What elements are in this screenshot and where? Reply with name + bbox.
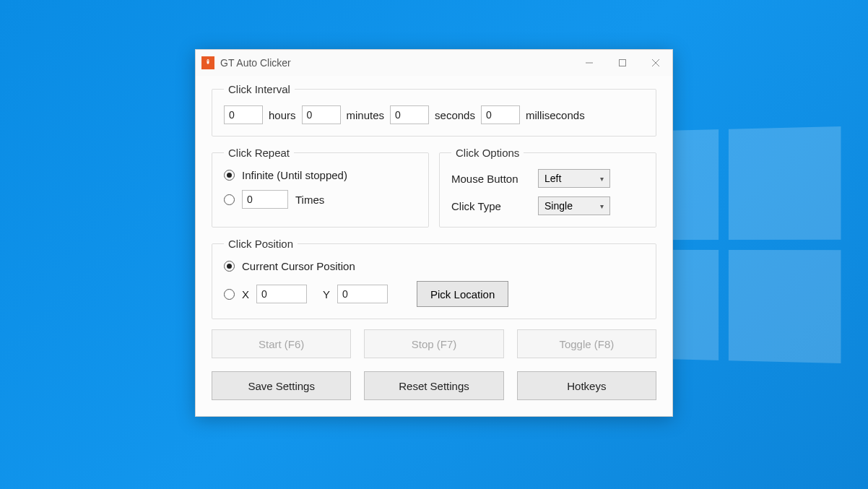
click-interval-group: Click Interval hours minutes seconds mil… (212, 83, 656, 137)
click-position-legend: Click Position (224, 238, 298, 250)
window-title: GT Auto Clicker (220, 57, 291, 69)
milliseconds-label: milliseconds (526, 109, 585, 121)
mouse-button-value: Left (544, 173, 561, 184)
y-input[interactable] (337, 285, 388, 303)
minutes-label: minutes (347, 109, 385, 121)
click-options-legend: Click Options (451, 147, 524, 159)
mouse-button-label: Mouse Button (451, 173, 531, 185)
titlebar: GT Auto Clicker (196, 50, 672, 76)
close-button[interactable] (639, 50, 672, 76)
minutes-input[interactable] (302, 105, 341, 124)
repeat-times-label: Times (295, 194, 324, 206)
repeat-infinite-label: Infinite (Until stopped) (242, 169, 347, 181)
click-type-label: Click Type (451, 200, 531, 212)
click-repeat-legend: Click Repeat (224, 147, 294, 159)
stop-button[interactable]: Stop (F7) (364, 329, 503, 358)
hours-label: hours (269, 109, 296, 121)
x-input[interactable] (256, 285, 307, 303)
pick-location-button[interactable]: Pick Location (417, 281, 508, 307)
chevron-down-icon: ▾ (600, 175, 604, 183)
repeat-times-input[interactable] (242, 190, 288, 209)
minimize-button[interactable] (573, 50, 606, 76)
x-label: X (242, 288, 249, 300)
position-current-label: Current Cursor Position (242, 260, 355, 272)
click-position-group: Click Position Current Cursor Position X… (212, 238, 656, 319)
click-repeat-group: Click Repeat Infinite (Until stopped) Ti… (212, 147, 429, 228)
app-icon (201, 56, 214, 69)
chevron-down-icon: ▾ (600, 202, 604, 210)
toggle-button[interactable]: Toggle (F8) (517, 329, 656, 358)
click-interval-legend: Click Interval (224, 83, 295, 95)
click-type-select[interactable]: Single ▾ (538, 196, 610, 215)
y-label: Y (323, 288, 330, 300)
hours-input[interactable] (224, 105, 263, 124)
save-settings-button[interactable]: Save Settings (212, 371, 351, 400)
start-button[interactable]: Start (F6) (212, 329, 351, 358)
seconds-input[interactable] (390, 105, 429, 124)
maximize-button[interactable] (606, 50, 639, 76)
reset-settings-button[interactable]: Reset Settings (364, 371, 503, 400)
position-xy-radio[interactable] (224, 289, 235, 300)
mouse-button-select[interactable]: Left ▾ (538, 169, 610, 188)
milliseconds-input[interactable] (481, 105, 520, 124)
position-current-radio[interactable] (224, 261, 235, 272)
repeat-infinite-radio[interactable] (224, 170, 235, 181)
seconds-label: seconds (435, 109, 475, 121)
window-controls (573, 50, 672, 76)
app-window: GT Auto Clicker Click Interval hours min… (195, 49, 673, 417)
svg-rect-1 (620, 60, 626, 66)
click-options-group: Click Options Mouse Button Left ▾ Click … (439, 147, 656, 228)
click-type-value: Single (544, 200, 573, 212)
hotkeys-button[interactable]: Hotkeys (517, 371, 656, 400)
repeat-times-radio[interactable] (224, 194, 235, 205)
